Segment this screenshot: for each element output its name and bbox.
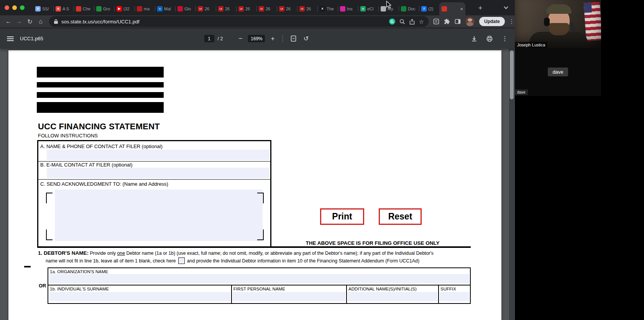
browser-tab[interactable]: LII 26 bbox=[277, 2, 297, 15]
browser-tab[interactable]: Glo bbox=[175, 2, 196, 15]
browser-tab[interactable]: ▶ (32 bbox=[114, 2, 135, 15]
additional-names-field[interactable] bbox=[348, 292, 437, 301]
print-form-button[interactable]: Print bbox=[320, 208, 364, 225]
back-button[interactable]: ← bbox=[3, 16, 14, 27]
tab-title: Che bbox=[83, 7, 90, 11]
browser-tab[interactable]: Gro bbox=[94, 2, 114, 15]
tab-title: 26 bbox=[245, 7, 250, 11]
webcam-video-tile[interactable]: Joseph Lustica bbox=[515, 0, 601, 48]
browser-tab[interactable]: S SS/ bbox=[33, 2, 53, 15]
redacted-bar bbox=[37, 102, 164, 113]
bookmark-star-icon[interactable]: ☆ bbox=[419, 19, 424, 25]
zoom-in-button[interactable]: + bbox=[268, 35, 277, 43]
browser-tab[interactable]: LII 26 bbox=[216, 2, 236, 15]
new-tab-button[interactable]: + bbox=[475, 3, 485, 13]
redacted-bar bbox=[37, 82, 164, 87]
browser-tab[interactable]: X The bbox=[317, 2, 338, 15]
close-window-button[interactable] bbox=[5, 5, 9, 10]
section-a-label: A. NAME & PHONE OF CONTACT AT FILER (opt… bbox=[40, 144, 163, 149]
tab-favicon-icon: LII bbox=[198, 6, 203, 12]
zoom-level[interactable]: 169% bbox=[248, 35, 265, 42]
reading-list-icon[interactable] bbox=[433, 18, 439, 25]
lock-icon[interactable] bbox=[54, 19, 58, 24]
first-name-field[interactable] bbox=[233, 292, 345, 301]
contact-name-phone-field[interactable] bbox=[47, 150, 269, 160]
tab-title: 26 bbox=[306, 7, 311, 11]
forward-button[interactable]: → bbox=[14, 16, 25, 27]
browser-tab[interactable]: Doc bbox=[399, 2, 419, 15]
tab-title: Doc bbox=[408, 7, 416, 11]
page-count: / 2 bbox=[218, 36, 223, 41]
corner-bracket bbox=[46, 193, 53, 203]
participant-video-tile[interactable]: dave dave bbox=[515, 48, 601, 96]
omnibox-actions: G ☆ bbox=[389, 18, 424, 25]
browser-tab[interactable]: Che bbox=[74, 2, 94, 15]
scrollbar-thumb[interactable] bbox=[510, 50, 514, 99]
contact-email-field[interactable] bbox=[47, 168, 269, 178]
page-number-input[interactable] bbox=[204, 35, 214, 42]
section-c-label: C. SEND ACKNOWLEDGMENT TO: (Name and Add… bbox=[40, 181, 168, 187]
tab-title: SS/ bbox=[42, 7, 49, 11]
first-name-cell: FIRST PERSONAL NAME bbox=[231, 285, 346, 303]
address-bar[interactable]: sos.state.tx.us/ucc/forms/UCC1.pdf G ☆ bbox=[49, 16, 429, 27]
tab-favicon-icon bbox=[401, 6, 406, 12]
reload-button[interactable]: ↻ bbox=[25, 16, 35, 27]
download-button[interactable] bbox=[470, 34, 479, 43]
browser-tab[interactable]: × bbox=[439, 2, 465, 15]
tab-favicon-icon: LII bbox=[259, 6, 264, 12]
tab-favicon-icon: X bbox=[320, 6, 325, 12]
tab-overflow-chevron-icon[interactable] bbox=[504, 5, 509, 10]
tab-title: A S bbox=[62, 7, 69, 11]
browser-tab[interactable]: e eCl bbox=[358, 2, 378, 15]
browser-menu-icon[interactable]: ⋮ bbox=[508, 18, 516, 25]
first-name-label: FIRST PERSONAL NAME bbox=[233, 287, 285, 291]
pdf-menu-icon[interactable] bbox=[7, 36, 14, 41]
minimize-window-button[interactable] bbox=[12, 5, 17, 10]
tab-close-icon[interactable]: × bbox=[460, 7, 463, 12]
pdf-title: UCC1.p65 bbox=[20, 36, 43, 41]
suffix-field[interactable] bbox=[440, 292, 469, 301]
tab-favicon-icon bbox=[442, 6, 447, 12]
suffix-label: SUFFIX bbox=[440, 287, 456, 291]
rotate-button[interactable]: ↺ bbox=[301, 34, 310, 43]
reset-form-button[interactable]: Reset bbox=[379, 208, 422, 225]
tab-title: 26 bbox=[225, 7, 230, 11]
surname-field[interactable] bbox=[49, 292, 230, 301]
debtor-heading: 1. DEBTOR'S NAME: bbox=[38, 250, 89, 256]
tab-title: ma bbox=[144, 7, 150, 11]
browser-tab[interactable]: LII 26 bbox=[196, 2, 216, 15]
tab-favicon-icon: f bbox=[421, 6, 427, 12]
browser-tab[interactable]: f (2) bbox=[419, 2, 439, 15]
home-button[interactable]: ⌂ bbox=[35, 16, 46, 27]
fit-page-button[interactable] bbox=[289, 34, 298, 43]
grammarly-icon[interactable]: G bbox=[389, 18, 395, 25]
debtor-addendum-checkbox[interactable] bbox=[178, 257, 185, 264]
browser-tab[interactable]: Ins bbox=[338, 2, 358, 15]
print-button[interactable] bbox=[485, 34, 494, 43]
profile-avatar[interactable] bbox=[465, 17, 475, 26]
tab-title: Ins bbox=[347, 7, 353, 11]
tab-favicon-icon: LII bbox=[299, 6, 305, 12]
tab-favicon-icon: ▶ bbox=[117, 6, 122, 12]
toolbar-divider bbox=[283, 35, 283, 43]
acknowledgment-field[interactable] bbox=[55, 190, 263, 241]
side-panel-icon[interactable] bbox=[455, 18, 461, 25]
browser-tab[interactable]: LII 26 bbox=[236, 2, 256, 15]
browser-tab[interactable]: ma bbox=[135, 2, 155, 15]
organization-name-field[interactable] bbox=[49, 274, 469, 284]
zoom-out-button[interactable]: − bbox=[236, 35, 245, 43]
browser-tab[interactable]: A A S bbox=[53, 2, 74, 15]
zoom-search-icon[interactable] bbox=[399, 19, 405, 25]
pdf-more-menu-icon[interactable]: ⋮ bbox=[500, 34, 509, 43]
share-icon[interactable] bbox=[409, 19, 415, 25]
video-call-panel: Joseph Lustica dave dave bbox=[515, 0, 644, 320]
section-b-label: B. E-MAIL CONTACT AT FILER (optional) bbox=[40, 162, 133, 168]
individual-name-row: 1b. INDIVIDUAL'S SURNAME FIRST PERSONAL … bbox=[48, 285, 470, 304]
section-divider bbox=[38, 161, 271, 162]
extensions-puzzle-icon[interactable] bbox=[444, 18, 450, 25]
browser-tab[interactable]: LII 26 bbox=[297, 2, 317, 15]
update-chip[interactable]: Update bbox=[479, 17, 505, 26]
fullscreen-window-button[interactable] bbox=[20, 5, 25, 10]
browser-tab[interactable]: in Mal bbox=[155, 2, 175, 15]
browser-tab[interactable]: LII 26 bbox=[256, 2, 277, 15]
